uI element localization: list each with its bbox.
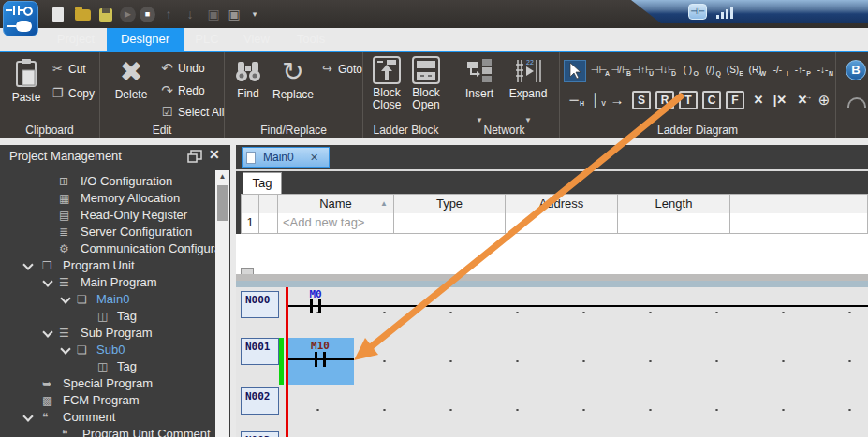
reset-instruction-tool[interactable]: R	[655, 90, 675, 112]
sidebar-item-special-program[interactable]: ➥ Special Program	[0, 375, 230, 392]
contact-no-tool[interactable]: ⊣⊢A	[588, 60, 610, 82]
tab-plc[interactable]: PLC	[184, 28, 230, 51]
sidebar-item-server-configuration[interactable]: ≣ Server Configuration	[0, 224, 230, 240]
select-all-button[interactable]: ☑ Select All	[160, 105, 224, 119]
tag-subtab[interactable]: Tag	[243, 172, 282, 194]
sidebar-item-read-only-register[interactable]: ▤ Read-Only Register	[0, 207, 230, 224]
select-cursor-tool[interactable]	[564, 60, 586, 82]
sidebar-item-comment[interactable]: ❝ Comment	[0, 409, 230, 426]
sidebar-item-sub0[interactable]: ❏ Sub0	[0, 342, 230, 358]
expand-network-button[interactable]: 22 Expand ▼	[506, 58, 551, 100]
table-header-type[interactable]: Type	[394, 194, 506, 214]
table-header-length[interactable]: Length	[618, 194, 730, 214]
sidebar-item-program-unit[interactable]: ❒ Program Unit	[0, 257, 230, 274]
tree-scrollbar[interactable]: ▲	[215, 170, 229, 437]
sidebar-item-sub0-tag[interactable]: ◫ Tag	[0, 358, 230, 375]
chevron-down-icon[interactable]	[42, 327, 52, 337]
float-window-icon[interactable]	[187, 150, 202, 163]
contact-rising-tool[interactable]: ⊣↑⊢U	[632, 60, 654, 82]
ladder-canvas[interactable]: N000 N001 N002 N003 M0 M10	[236, 287, 868, 437]
rung-label-n000[interactable]: N000	[241, 291, 279, 318]
chevron-down-icon[interactable]	[60, 293, 70, 303]
open-file-icon[interactable]	[75, 9, 91, 21]
chevron-down-icon[interactable]	[60, 343, 70, 354]
sidebar-item-memory-allocation[interactable]: ▦ Memory Allocation	[0, 190, 230, 207]
sidebar-item-main-program[interactable]: ☰ Main Program	[0, 274, 230, 291]
coil-set-tool[interactable]: (S)E	[722, 60, 743, 82]
chevron-down-icon[interactable]	[22, 259, 33, 269]
contact-nc-tool[interactable]: ⊣/⊢B	[610, 60, 631, 82]
coil-out-tool[interactable]: ( )O	[677, 60, 699, 82]
delete-button[interactable]: ✖ Delete	[108, 56, 154, 101]
device-label-m10[interactable]: M10	[303, 340, 337, 352]
horizontal-line-tool[interactable]: ─H	[564, 90, 584, 112]
find-button[interactable]: Find	[230, 58, 266, 100]
coil-reset-tool[interactable]: (R)W	[744, 60, 766, 82]
coil-negated-tool[interactable]: (/)Q	[699, 60, 721, 82]
block-close-button[interactable]: Block Close	[369, 56, 405, 111]
delete-row-tool[interactable]: ✕→	[792, 90, 813, 112]
toolbar-options-icon[interactable]: ▾	[245, 6, 264, 22]
dial-icon[interactable]	[847, 97, 866, 108]
tab-close-icon[interactable]: ✕	[310, 148, 318, 167]
find-icon	[234, 58, 262, 84]
scrollbar-thumb[interactable]	[217, 185, 228, 221]
delete-element-tool[interactable]: ✕	[748, 90, 769, 112]
sidebar-item-main0-tag[interactable]: ◫ Tag	[0, 308, 230, 325]
cut-button[interactable]: ✂ Cut	[51, 62, 86, 76]
block-open-button[interactable]: Block Open	[408, 56, 444, 111]
redo-button[interactable]: ↷ Redo	[160, 82, 205, 99]
falling-pulse-tool[interactable]: -↓-N	[812, 60, 833, 82]
app-icon[interactable]	[3, 1, 38, 36]
timer-instruction-tool[interactable]: T	[678, 90, 699, 112]
invert-tool[interactable]: -/-I	[767, 60, 788, 82]
set-instruction-tool[interactable]: S	[631, 90, 652, 112]
table-cell-length[interactable]	[618, 213, 730, 234]
scroll-up-icon[interactable]: ▲	[215, 170, 229, 183]
add-new-tag-cell[interactable]: <Add new tag>	[278, 213, 394, 234]
rung-label-n002[interactable]: N002	[241, 387, 279, 415]
insert-network-button[interactable]: Insert ▼	[459, 58, 500, 100]
replace-button[interactable]: ↻ Replace	[268, 56, 318, 101]
jump-arrow-tool[interactable]: →	[607, 90, 627, 112]
sidebar-item-sub-program[interactable]: ☰ Sub Program	[0, 325, 230, 342]
sidebar-item-io-configuration[interactable]: ⊞ I/O Configuration	[0, 173, 230, 190]
tab-project[interactable]: Project	[45, 28, 107, 51]
chevron-down-icon[interactable]	[22, 411, 33, 421]
rising-pulse-tool[interactable]: -↑-P	[789, 60, 811, 82]
goto-button[interactable]: ↪ Goto	[320, 62, 362, 76]
sidebar-item-program-unit-comment[interactable]: ❝ Program Unit Comment	[0, 426, 230, 437]
table-cell-address[interactable]	[506, 213, 618, 234]
function-instruction-tool[interactable]: F	[725, 90, 745, 112]
delete-vertical-tool[interactable]: |✕	[770, 90, 790, 112]
new-file-icon[interactable]	[52, 7, 64, 22]
sidebar-item-main0[interactable]: ❏ Main0	[0, 291, 230, 308]
table-header-address[interactable]: Address	[506, 194, 618, 214]
contact-falling-tool[interactable]: ⊣↓⊢D	[655, 60, 676, 82]
rung-label-n001[interactable]: N001	[241, 338, 279, 365]
table-header-name[interactable]: Name ▲	[278, 194, 394, 214]
tab-view[interactable]: View	[230, 28, 283, 51]
sidebar-item-communication-configuration[interactable]: ⚙ Communication Configurat	[0, 240, 230, 257]
tab-designer[interactable]: Designer	[107, 28, 184, 51]
device-label-m0[interactable]: M0	[302, 288, 330, 300]
document-tab-main0[interactable]: Main0 ✕	[242, 147, 330, 168]
vertical-line-tool[interactable]: │V	[585, 90, 606, 112]
bit-operation-icon[interactable]: B	[846, 60, 866, 80]
device-tools-icon[interactable]: ▣	[225, 6, 243, 22]
table-cell-type[interactable]	[394, 213, 506, 234]
splitter-bar[interactable]	[236, 274, 868, 281]
tab-tools[interactable]: Tools	[283, 28, 339, 51]
undo-button[interactable]: ↶ Undo	[160, 60, 205, 77]
counter-instruction-tool[interactable]: C	[701, 90, 722, 112]
paste-button[interactable]: Paste	[6, 58, 47, 104]
panel-close-icon[interactable]: ✕	[209, 147, 220, 162]
stop-icon[interactable]: ■	[140, 7, 155, 22]
copy-button[interactable]: ❐ Copy	[51, 86, 95, 100]
zoom-tool[interactable]: ⊕	[814, 90, 834, 112]
sort-asc-icon[interactable]: ▲	[380, 195, 388, 213]
chevron-down-icon[interactable]	[42, 276, 52, 286]
rung-label-n003[interactable]: N003	[241, 431, 279, 437]
save-icon[interactable]	[99, 8, 112, 22]
sidebar-item-fcm-program[interactable]: ▩ FCM Program	[0, 392, 230, 409]
